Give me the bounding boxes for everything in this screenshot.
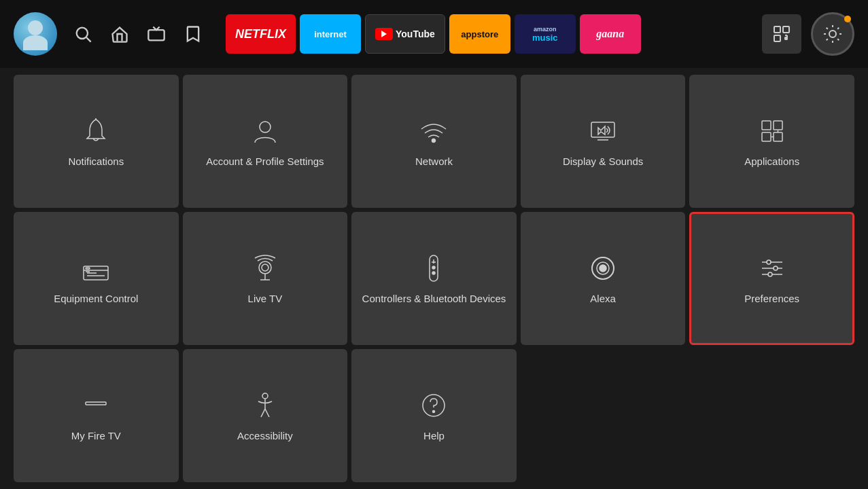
grid-item-livetv-label: Live TV bbox=[248, 292, 283, 306]
firetv-icon bbox=[79, 388, 113, 422]
svg-point-0 bbox=[77, 28, 88, 39]
tv-nav-icon[interactable] bbox=[144, 22, 169, 46]
app-internet[interactable]: internet bbox=[300, 14, 361, 54]
equipment-icon bbox=[79, 251, 113, 285]
remote-icon bbox=[417, 251, 451, 285]
app-gaana[interactable]: gaana bbox=[580, 14, 641, 54]
grid-item-notifications-label: Notifications bbox=[68, 155, 124, 168]
help-icon bbox=[417, 388, 451, 422]
grid-item-preferences-label: Preferences bbox=[744, 292, 799, 306]
bookmark-icon[interactable] bbox=[181, 22, 205, 46]
svg-rect-15 bbox=[762, 121, 771, 130]
grid-item-controllers-label: Controllers & Bluetooth Devices bbox=[362, 292, 506, 306]
svg-rect-17 bbox=[762, 132, 771, 141]
grid-item-controllers[interactable]: Controllers & Bluetooth Devices bbox=[351, 212, 517, 345]
svg-line-1 bbox=[86, 37, 90, 41]
bell-icon bbox=[79, 114, 113, 148]
app-amazonmusic[interactable]: amazon music bbox=[515, 14, 576, 54]
all-apps-button[interactable] bbox=[762, 14, 801, 54]
svg-rect-6 bbox=[785, 37, 787, 39]
grid-item-accessibility-label: Accessibility bbox=[237, 429, 293, 443]
account-icon bbox=[248, 114, 282, 148]
svg-rect-3 bbox=[774, 26, 780, 33]
svg-point-41 bbox=[774, 266, 778, 270]
grid-item-accessibility[interactable]: Accessibility bbox=[183, 349, 348, 482]
display-icon bbox=[586, 114, 620, 148]
alexa-icon bbox=[586, 251, 620, 285]
svg-point-9 bbox=[829, 31, 836, 37]
svg-point-32 bbox=[432, 272, 435, 274]
svg-rect-43 bbox=[86, 402, 106, 405]
grid-item-display[interactable]: Display & Sounds bbox=[521, 75, 686, 208]
settings-button[interactable] bbox=[811, 12, 854, 56]
svg-rect-4 bbox=[783, 26, 789, 33]
grid-item-network-label: Network bbox=[415, 155, 453, 168]
svg-point-31 bbox=[432, 266, 435, 269]
grid-item-equipment[interactable]: Equipment Control bbox=[14, 212, 179, 345]
grid-item-applications-label: Applications bbox=[744, 155, 799, 168]
grid-item-livetv[interactable]: Live TV bbox=[183, 212, 348, 345]
svg-point-25 bbox=[259, 261, 271, 274]
svg-point-36 bbox=[600, 265, 606, 272]
svg-point-40 bbox=[767, 260, 771, 264]
svg-point-11 bbox=[260, 122, 271, 132]
antenna-icon bbox=[248, 251, 282, 285]
svg-point-47 bbox=[433, 411, 435, 413]
search-icon[interactable] bbox=[71, 22, 95, 46]
settings-grid: Notifications Account & Profile Settings… bbox=[0, 68, 868, 489]
wifi-icon bbox=[417, 114, 451, 148]
grid-item-myfiretv-label: My Fire TV bbox=[71, 429, 121, 443]
grid-item-notifications[interactable]: Notifications bbox=[14, 75, 179, 208]
top-bar: NETFLIX internet YouTube appstore amazon… bbox=[0, 0, 868, 68]
grid-item-help-label: Help bbox=[423, 429, 445, 443]
app-youtube[interactable]: YouTube bbox=[365, 14, 445, 54]
grid-item-equipment-label: Equipment Control bbox=[54, 292, 138, 306]
svg-rect-16 bbox=[774, 121, 782, 130]
grid-item-alexa[interactable]: Alexa bbox=[521, 212, 686, 345]
grid-item-alexa-label: Alexa bbox=[590, 292, 616, 306]
svg-point-26 bbox=[262, 264, 268, 271]
accessibility-icon bbox=[248, 388, 282, 422]
avatar[interactable] bbox=[14, 12, 57, 56]
grid-item-applications[interactable]: Applications bbox=[689, 75, 854, 208]
svg-rect-23 bbox=[86, 268, 90, 269]
svg-point-42 bbox=[768, 272, 772, 276]
svg-point-44 bbox=[262, 393, 268, 399]
app-netflix[interactable]: NETFLIX bbox=[226, 14, 296, 54]
svg-rect-18 bbox=[774, 132, 782, 141]
grid-item-account[interactable]: Account & Profile Settings bbox=[183, 75, 348, 208]
svg-rect-5 bbox=[774, 35, 780, 41]
grid-item-network[interactable]: Network bbox=[351, 75, 517, 208]
app-appstore[interactable]: appstore bbox=[449, 14, 510, 54]
grid-item-account-label: Account & Profile Settings bbox=[206, 155, 324, 168]
nav-icons bbox=[71, 22, 205, 46]
app-buttons: NETFLIX internet YouTube appstore amazon… bbox=[226, 14, 752, 54]
grid-item-help[interactable]: Help bbox=[351, 349, 517, 482]
grid-item-myfiretv[interactable]: My Fire TV bbox=[14, 349, 179, 482]
settings-notification-dot bbox=[844, 16, 851, 22]
applications-icon bbox=[755, 114, 789, 148]
svg-point-12 bbox=[432, 139, 436, 143]
grid-item-display-label: Display & Sounds bbox=[563, 155, 643, 168]
grid-item-preferences[interactable]: Preferences bbox=[689, 212, 854, 345]
home-icon[interactable] bbox=[107, 22, 132, 46]
svg-rect-2 bbox=[148, 30, 164, 40]
sliders-icon bbox=[755, 251, 789, 285]
svg-rect-13 bbox=[591, 122, 614, 137]
